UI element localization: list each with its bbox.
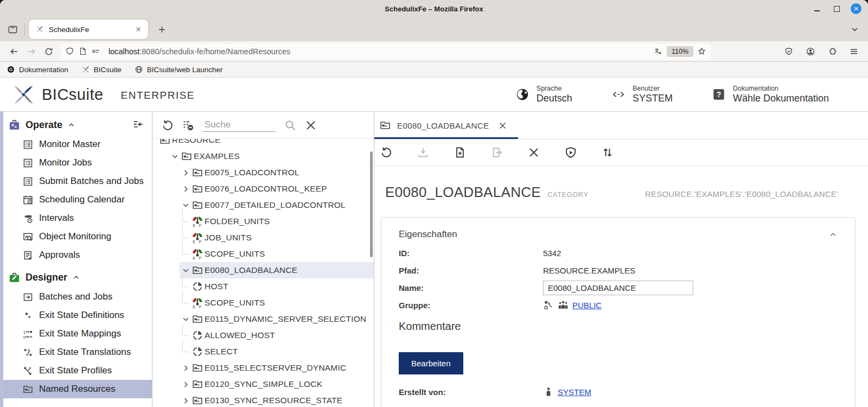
sidebar-item-exit-state-mappings[interactable]: 10Exit State Mappings [0, 325, 152, 343]
reload-button[interactable] [40, 44, 58, 59]
tree-item-e0075-loadcontrol[interactable]: E0075_LOADCONTROL [152, 164, 374, 181]
close-x-button[interactable] [527, 146, 540, 159]
undo-button[interactable] [380, 146, 393, 159]
tree-scrollbar[interactable] [370, 151, 373, 257]
zoom-level-badge[interactable]: 110% [667, 46, 693, 57]
header-group-benutzer[interactable]: BenutzerSYSTEM [611, 85, 673, 104]
shield-play-button[interactable] [564, 146, 577, 159]
group-value: Deutsch [537, 93, 572, 104]
detail-tab[interactable]: E0080_LOADBALANCE [374, 112, 518, 139]
detail-tab-close-icon[interactable] [498, 121, 507, 130]
chevron-right-icon[interactable] [181, 379, 191, 390]
tree-item-select[interactable]: SELECT [152, 344, 374, 360]
close-window-button[interactable]: ✕ [851, 3, 861, 14]
forward-button[interactable] [23, 44, 40, 59]
tab-separator [24, 23, 25, 35]
list-all-tabs-icon[interactable] [846, 21, 863, 37]
chevron-right-icon[interactable] [181, 168, 191, 178]
bookmark-label: Dokumentation [19, 66, 68, 74]
folder-icon [192, 199, 203, 211]
tree-item-e0120-sync-simple-lock[interactable]: E0120_SYNC_SIMPLE_LOCK [152, 376, 374, 392]
sidebar-item-approvals[interactable]: Approvals [0, 246, 152, 264]
detail-panel: E0080_LOADBALANCE E0080_LOADBALANCE CATE… [374, 112, 868, 407]
tree-item-allowed-host[interactable]: ALLOWED_HOST [152, 327, 374, 344]
tracking-shield-icon[interactable] [65, 47, 74, 56]
bookmark-bicsuite[interactable]: BICsuite [81, 65, 122, 74]
group-link[interactable]: PUBLIC [572, 301, 602, 310]
bookmarks-bar: DokumentationBICsuiteBICsuite!web Launch… [0, 62, 868, 78]
bookmark-bicsuite-web-launcher[interactable]: BICsuite!web Launcher [135, 65, 223, 74]
chevron-down-icon[interactable] [170, 151, 180, 162]
url-bar[interactable]: localhost:8080/schedulix-fe/home/NamedRe… [61, 43, 711, 60]
new-tab-button[interactable] [154, 21, 170, 37]
tree-item-e0115-selectserver-dynamic[interactable]: E0115_SELECTSERVER_DYNAMIC [152, 360, 374, 376]
tree-item-e0080-loadbalance[interactable]: E0080_LOADBALANCE [152, 262, 374, 278]
tree-item-folder-units[interactable]: EFFOLDER_UNITS [152, 213, 374, 230]
translate-icon[interactable]: A [654, 47, 663, 56]
collapse-all-icon[interactable] [182, 119, 195, 132]
tab-favicon-icon [35, 25, 44, 34]
sidebar-item-scheduling-calendar[interactable]: Scheduling Calendar [0, 190, 152, 209]
svg-text:F: F [199, 239, 202, 244]
tree-item-e0077-detailed-loadcontrol[interactable]: E0077_DETAILED_LOADCONTROL [152, 197, 374, 213]
tree-item-examples[interactable]: EXAMPLES [152, 148, 374, 164]
account-icon[interactable] [802, 44, 819, 59]
tree-item-scope-units[interactable]: EFSCOPE_UNITS [152, 295, 374, 311]
tree-item-host[interactable]: HOST [152, 278, 374, 295]
svg-text:1: 1 [23, 329, 25, 334]
tree-item-e0076-loadcontrol-keep[interactable]: E0076_LOADCONTROL_KEEP [152, 181, 374, 197]
sidebar-item-monitor-jobs[interactable]: Monitor Jobs [0, 154, 152, 172]
tree-item-label: SCOPE_UNITS [205, 249, 265, 259]
sidebar-item-submit-batches-and-jobs[interactable]: Submit Batches and Jobs [0, 172, 152, 190]
maximize-button[interactable] [831, 3, 842, 14]
permissions-icon[interactable] [91, 47, 100, 56]
tree-refresh-icon[interactable] [161, 119, 174, 132]
sidebar-item-exit-state-translations[interactable]: Exit State Translations [0, 343, 152, 361]
header-group-dokumentation[interactable]: ?DokumentationWähle Dokumentation [712, 85, 829, 104]
group-value: SYSTEM [633, 93, 673, 104]
chevron-right-icon[interactable] [181, 184, 191, 194]
page-info-icon[interactable] [78, 47, 87, 56]
sidebar-item-named-resources[interactable]: Named Resources [0, 380, 152, 398]
bookmark-star-icon[interactable] [697, 47, 706, 56]
file-forward-button[interactable] [490, 146, 503, 159]
sidebar-item-intervals[interactable]: Intervals [0, 209, 152, 227]
sidebar-item-monitor-master[interactable]: Monitor Master [0, 135, 152, 154]
collapse-sidebar-icon[interactable] [132, 119, 144, 131]
sidebar-item-exit-state-profiles[interactable]: Exit State Profiles [0, 361, 152, 380]
tree-item-scope-units[interactable]: EFSCOPE_UNITS [152, 246, 374, 262]
tree-item-job-units[interactable]: EFJOB_UNITS [152, 230, 374, 246]
tree-item-resource[interactable]: RESOURCE [152, 139, 374, 148]
chevron-right-icon[interactable] [181, 396, 191, 406]
tree-item-e0115-dynamic-server-selection[interactable]: E0115_DYNAMIC_SERVER_SELECTION [152, 311, 374, 327]
tree-item-e0130-sync-resource-state[interactable]: E0130_SYNC_RESOURCE_STATE [152, 392, 374, 407]
sidebar-item-batches-and-jobs[interactable]: Batches and Jobs [0, 288, 152, 306]
shield-check-icon[interactable] [780, 44, 797, 59]
minimize-button[interactable] [812, 3, 822, 14]
back-button[interactable] [5, 44, 23, 59]
edit-button[interactable]: Bearbeiten [399, 352, 463, 374]
header-group-sprache[interactable]: SpracheDeutsch [515, 85, 572, 104]
tree-search-input[interactable] [202, 118, 276, 132]
bookmark-dokumentation[interactable]: Dokumentation [7, 65, 68, 74]
sidebar-item-object-monitoring[interactable]: Object Monitoring [0, 227, 152, 246]
download-button[interactable] [417, 146, 430, 159]
sort-vertical-button[interactable] [601, 146, 614, 159]
search-icon[interactable] [284, 119, 297, 132]
assign-group-icon[interactable] [543, 300, 554, 310]
sidebar-section-operate[interactable]: Operate [0, 115, 152, 135]
created-by-link[interactable]: SYSTEM [558, 387, 591, 397]
chevron-right-icon[interactable] [181, 363, 191, 373]
browser-tab[interactable]: SchedulixFe [29, 20, 148, 39]
sidebar-item-exit-state-definitions[interactable]: Exit State Definitions [0, 306, 152, 325]
tab-close-icon[interactable] [133, 24, 144, 35]
name-input[interactable] [543, 281, 693, 295]
chevron-up-icon [72, 274, 80, 282]
extensions-icon[interactable] [824, 44, 841, 59]
menu-icon[interactable] [845, 44, 863, 59]
firefox-view-icon[interactable] [4, 21, 21, 37]
clear-search-icon[interactable] [304, 119, 317, 132]
file-plus-button[interactable] [454, 146, 467, 159]
sidebar-section-designer[interactable]: Designer [0, 268, 152, 288]
collapse-section-icon[interactable] [828, 230, 838, 239]
